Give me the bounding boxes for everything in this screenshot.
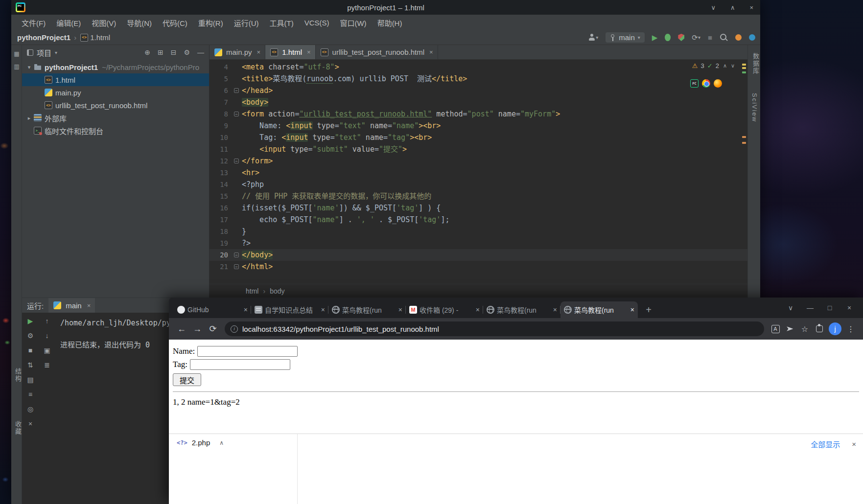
stop-icon[interactable]: ■ [26, 346, 35, 355]
browser-tab[interactable]: 自学知识点总结× [251, 301, 328, 318]
project-stripe-icon[interactable]: ▦ [13, 50, 21, 58]
error-stripe-mark[interactable] [742, 64, 746, 66]
code-line[interactable]: 6−</head> [210, 85, 747, 96]
code-line[interactable]: 8−<form action="urllib_test_post_runoob.… [210, 108, 747, 120]
browser-tab[interactable]: M收件箱 (29) -× [406, 301, 483, 318]
run-button[interactable]: ▶ [652, 33, 658, 42]
maximize-button[interactable]: ∧ [730, 4, 735, 11]
code-line[interactable]: 9 Name: <input type="text" name="name"><… [210, 120, 747, 132]
code-line[interactable]: 18} [210, 226, 747, 237]
send-to-devices-button[interactable] [783, 321, 797, 336]
code-with-me-users-button[interactable]: ▾ [588, 34, 598, 41]
menu-item[interactable]: 帮助(H) [372, 18, 408, 28]
editor-tab[interactable]: <>1.html× [265, 45, 315, 59]
rerun-icon[interactable]: ▶ [26, 317, 35, 325]
code-line[interactable]: 16if(isset($_POST['name']) && $_POST['ta… [210, 202, 747, 214]
error-stripe-mark[interactable] [742, 71, 746, 73]
code-line[interactable]: 19?> [210, 237, 747, 249]
editor-scrollbar[interactable] [741, 60, 747, 284]
debug-button[interactable] [665, 34, 671, 41]
extensions-button[interactable] [812, 321, 827, 336]
error-stripe-mark[interactable] [742, 142, 746, 144]
error-stripe-mark[interactable] [742, 67, 746, 69]
breadcrumb-html[interactable]: html [245, 287, 259, 295]
code-editor[interactable]: 4<meta charset="utf-8">5<title>菜鸟教程(runo… [210, 60, 747, 284]
code-line[interactable]: 13<hr> [210, 167, 747, 179]
name-input[interactable] [197, 346, 298, 357]
sort-icon[interactable]: ⇅ [26, 361, 35, 369]
pycharm-titlebar[interactable]: PC pythonProject1 – 1.html ∨ ∧ × [11, 0, 760, 15]
back-button[interactable]: ← [174, 321, 189, 337]
code-line[interactable]: 15// 使用 PHP 来获取表单提交的数据，你可以换成其他的 [210, 190, 747, 202]
code-line[interactable]: 4<meta charset="utf-8"> [210, 61, 747, 73]
breadcrumb-body[interactable]: body [269, 287, 285, 295]
download-item[interactable]: <?> 2.php ∧ [177, 438, 224, 447]
chevron-down-icon[interactable]: ▾ [55, 50, 57, 55]
restore-layout-icon[interactable]: ▤ [26, 375, 35, 384]
menu-item[interactable]: 重构(R) [193, 18, 229, 28]
site-info-icon[interactable]: i [231, 325, 238, 333]
tab-close-icon[interactable]: × [87, 302, 91, 309]
database-stripe-button[interactable]: 数据库 [751, 53, 760, 75]
tab-close-icon[interactable]: × [398, 306, 402, 314]
tree-item[interactable]: <>urllib_test_post_runoob.html [22, 99, 209, 112]
tree-item[interactable]: ▸外部库 [22, 112, 209, 124]
minimize-button[interactable]: — [800, 304, 820, 312]
menu-item[interactable]: VCS(S) [299, 19, 335, 27]
breadcrumb-file[interactable]: 1.html [90, 33, 110, 42]
menu-item[interactable]: 窗口(W) [334, 18, 372, 28]
previous-problem-icon[interactable]: ∧ [723, 63, 727, 69]
coverage-button[interactable] [678, 34, 684, 41]
notifications-icon[interactable] [735, 34, 742, 41]
error-stripe-mark[interactable] [742, 136, 746, 138]
fold-icon[interactable]: − [234, 264, 239, 269]
new-tab-button[interactable]: + [642, 303, 655, 317]
next-problem-icon[interactable]: ∨ [731, 63, 735, 69]
code-line[interactable]: 5<title>菜鸟教程(runoob.com) urllib POST 测试<… [210, 73, 747, 85]
chrome-preview-icon[interactable] [702, 79, 710, 88]
menu-item[interactable]: 视图(V) [86, 18, 121, 28]
menu-item[interactable]: 导航(N) [121, 18, 157, 28]
browser-menu-icon[interactable]: ⋮ [843, 321, 858, 336]
address-bar[interactable]: i localhost:63342/pythonProject1/urllib_… [225, 321, 764, 336]
browser-tab[interactable]: 菜鸟教程(run× [328, 301, 406, 318]
tab-search-button[interactable]: ∨ [781, 304, 800, 312]
history-icon[interactable]: ≡ [26, 390, 35, 399]
run-tab-main[interactable]: main × [48, 298, 95, 313]
tab-close-icon[interactable]: × [321, 306, 325, 314]
soft-wrap-icon[interactable]: ▣ [43, 346, 51, 355]
build-icon[interactable]: ⚙ [26, 331, 35, 340]
structure-stripe-button[interactable]: 结构 [13, 368, 23, 383]
code-line[interactable]: 20−</body> [210, 249, 747, 261]
settings-icon[interactable]: ⚙ [184, 48, 190, 56]
close-button[interactable]: × [749, 4, 753, 11]
code-line[interactable]: 10 Tag: <input type="text" name="tag"><b… [210, 132, 747, 143]
submit-button[interactable]: 提交 [173, 373, 201, 386]
ide-status-icon[interactable] [749, 34, 755, 41]
fold-icon[interactable]: − [234, 88, 239, 93]
commit-stripe-icon[interactable]: ▥ [13, 63, 21, 70]
tab-close-icon[interactable]: × [553, 306, 557, 314]
tree-item[interactable]: ▾pythonProject1~/PycharmProjects/pythonP… [22, 61, 209, 73]
menu-item[interactable]: 运行(U) [229, 18, 264, 28]
browser-tab[interactable]: 菜鸟教程(run× [560, 301, 638, 318]
maximize-button[interactable]: □ [820, 304, 840, 312]
up-stack-icon[interactable]: ↑ [43, 317, 51, 325]
download-dropdown-icon[interactable]: ∧ [219, 439, 224, 446]
git-branch-widget[interactable]: main ▾ [606, 32, 645, 43]
tab-close-icon[interactable]: × [476, 306, 480, 314]
code-line[interactable]: 17 echo $_POST["name"] . ', ' . $_POST['… [210, 214, 747, 226]
menu-item[interactable]: 编辑(E) [51, 18, 86, 28]
code-line[interactable]: 21−</html> [210, 261, 747, 273]
pycharm-preview-icon[interactable]: PC [690, 79, 699, 88]
inspections-widget[interactable]: ⚠ 3 ✓ 2 ∧ ∨ [692, 62, 735, 69]
tab-close-icon[interactable]: × [630, 306, 634, 314]
project-panel-title[interactable]: 项目 [37, 47, 51, 58]
fold-icon[interactable]: − [234, 252, 239, 257]
browser-tab[interactable]: 菜鸟教程(run× [483, 301, 560, 318]
fold-icon[interactable]: − [234, 112, 239, 116]
stop-button[interactable]: ■ [708, 33, 712, 42]
menu-item[interactable]: 代码(C) [157, 18, 193, 28]
tag-input[interactable] [190, 359, 290, 370]
breadcrumb-project[interactable]: pythonProject1 [17, 33, 70, 42]
